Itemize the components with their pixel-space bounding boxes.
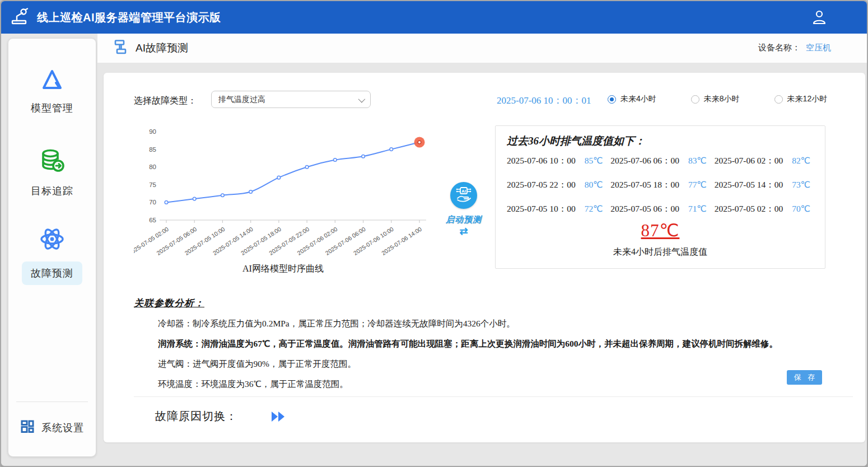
history-time: 2025-07-05 10：00: [507, 203, 576, 215]
prediction-result: 87℃ 未来4小时后排气温度值: [496, 220, 825, 258]
history-entry: 2025-07-06 06：0083℃: [610, 155, 714, 167]
history-entry: 2025-07-05 22：0080℃: [507, 179, 610, 191]
sidebar: 模型管理 目标追踪: [8, 38, 96, 457]
radio-selected-icon[interactable]: [608, 95, 616, 104]
history-temperature: 83℃: [688, 156, 707, 166]
app-title: 线上巡检AI服务器端管理平台演示版: [37, 10, 221, 25]
forecast-horizon-radio-group: 未来4小时未来8小时未来12小时: [608, 94, 854, 104]
flowchart-icon: [113, 39, 128, 57]
tracking-icon: [8, 148, 96, 176]
radio-unselected-icon[interactable]: [691, 95, 699, 104]
sidebar-item-target-tracking[interactable]: 目标追踪: [8, 148, 96, 198]
svg-text:AI: AI: [461, 189, 466, 194]
history-entry: 2025-07-05 02：0070℃: [715, 203, 818, 215]
start-prediction-label[interactable]: 启动预测: [438, 214, 489, 225]
analysis-section-title: 关联参数分析：: [134, 297, 204, 310]
device-name-label: 设备名称：: [758, 43, 800, 52]
analysis-list: 冷却器：制冷系统压力值为0.2MPa，属正常压力范围；冷却器连续无故障时间为43…: [158, 318, 858, 399]
ai-hand-icon: AI: [454, 185, 473, 206]
content-card: 选择故障类型： 排气温度过高 2025-07-06 10：00：01 未来4小时…: [104, 73, 865, 442]
history-panel-title: 过去36小时排气温度值如下：: [507, 134, 645, 148]
history-time: 2025-07-05 14：00: [715, 179, 783, 191]
history-temperature: 82℃: [792, 156, 810, 166]
history-time: 2025-07-06 02：00: [715, 155, 783, 167]
history-entry: 2025-07-05 18：0077℃: [610, 179, 714, 191]
history-temperature: 71℃: [688, 204, 707, 214]
sidebar-item-fault-prediction[interactable]: 故障预测: [8, 227, 96, 285]
analysis-item: 进气阀：进气阀开度值为90%，属于正常开度范围。: [158, 358, 858, 370]
history-panel: 过去36小时排气温度值如下： 2025-07-06 10：0085℃2025-0…: [495, 125, 825, 269]
analysis-item: 冷却器：制冷系统压力值为0.2MPa，属正常压力范围；冷却器连续无故障时间为43…: [158, 318, 858, 330]
analysis-item: 环境温度：环境温度为36℃，属于正常温度范围。: [158, 379, 858, 390]
history-entry: 2025-07-06 10：0085℃: [507, 155, 610, 167]
device-name-row: 设备名称：空压机: [758, 43, 831, 53]
svg-text:80: 80: [149, 164, 156, 170]
history-entry: 2025-07-05 14：0073℃: [715, 179, 818, 191]
radio-label: 未来8小时: [704, 94, 740, 104]
page-title: AI故障预测: [136, 41, 188, 55]
sidebar-divider: [16, 401, 88, 402]
analysis-item: 润滑系统：润滑油温度为67℃，高于正常温度值。润滑油管路有可能出现阻塞；距离上次…: [158, 338, 858, 350]
history-temperature: 85℃: [585, 156, 603, 166]
chart-title: AI网络模型时序曲线: [134, 263, 432, 275]
svg-text:90: 90: [149, 128, 156, 135]
start-prediction-button[interactable]: AI: [450, 182, 477, 209]
top-header-bar: 线上巡检AI服务器端管理平台演示版: [1, 1, 867, 34]
main-area: AI故障预测 设备名称：空压机 选择故障类型： 排气温度过高 2025-07-0…: [97, 34, 867, 466]
page-header: AI故障预测 设备名称：空压机: [97, 34, 867, 63]
history-temperature: 72℃: [585, 204, 603, 214]
radio-horizon-2[interactable]: 未来12小时: [774, 94, 828, 104]
history-entry: 2025-07-06 02：0082℃: [715, 155, 818, 167]
section-divider: [134, 396, 853, 397]
save-button[interactable]: 保 存: [787, 370, 822, 385]
history-time: 2025-07-05 06：00: [610, 203, 679, 215]
svg-text:65: 65: [149, 217, 156, 223]
model-icon: [8, 68, 96, 94]
history-entry: 2025-07-05 10：0072℃: [507, 203, 610, 215]
fault-type-label: 选择故障类型：: [134, 95, 197, 107]
chevron-down-icon: [358, 96, 366, 103]
history-entry: 2025-07-05 06：0071℃: [610, 203, 714, 215]
svg-text:85: 85: [149, 146, 156, 153]
history-time: 2025-07-06 06：00: [610, 155, 679, 167]
fast-forward-icon[interactable]: [270, 409, 287, 424]
device-name-value[interactable]: 空压机: [806, 43, 831, 52]
history-time: 2025-07-05 18：00: [610, 179, 679, 191]
robot-arm-icon: [10, 7, 29, 27]
sidebar-item-label-active[interactable]: 故障预测: [22, 261, 82, 285]
history-time: 2025-07-05 02：00: [715, 203, 783, 215]
fault-type-select[interactable]: 排气温度过高: [211, 91, 371, 108]
predicted-temperature-label: 未来4小时后排气温度值: [496, 246, 825, 258]
history-temperature: 70℃: [792, 204, 810, 214]
svg-text:75: 75: [149, 181, 156, 188]
history-time: 2025-07-06 10：00: [507, 155, 576, 167]
current-datetime: 2025-07-06 10：00：01: [497, 94, 591, 107]
fault-reason-switch-label: 故障原因切换：: [155, 409, 237, 424]
prediction-icon: [8, 227, 96, 254]
radio-label: 未来4小时: [620, 94, 656, 104]
history-temperature: 73℃: [792, 180, 810, 190]
predict-control: AI 启动预测 ⇄: [438, 182, 489, 237]
sidebar-item-system-settings[interactable]: 系统设置: [8, 419, 96, 436]
history-time: 2025-07-05 22：00: [507, 179, 576, 191]
fault-reason-switch-row: 故障原因切换：: [155, 409, 287, 424]
history-temperature: 80℃: [585, 180, 603, 190]
sidebar-item-label[interactable]: 目标追踪: [31, 184, 73, 198]
sidebar-item-model-management[interactable]: 模型管理: [8, 68, 96, 115]
user-profile-icon[interactable]: [811, 9, 828, 28]
history-temperature: 77℃: [688, 180, 707, 190]
fault-type-selected-value: 排气温度过高: [218, 95, 265, 104]
radio-horizon-1[interactable]: 未来8小时: [691, 94, 740, 104]
sidebar-settings-label[interactable]: 系统设置: [41, 421, 84, 435]
predicted-temperature-value: 87℃: [496, 220, 825, 241]
svg-text:70: 70: [149, 199, 156, 206]
radio-unselected-icon[interactable]: [774, 95, 783, 104]
sidebar-item-label[interactable]: 模型管理: [31, 101, 73, 115]
history-grid: 2025-07-06 10：0085℃2025-07-06 06：0083℃20…: [507, 155, 818, 215]
radio-horizon-0[interactable]: 未来4小时: [608, 94, 656, 104]
radio-label: 未来12小时: [787, 94, 828, 104]
app-window: 线上巡检AI服务器端管理平台演示版 模型管理: [0, 0, 868, 467]
grid-layout-icon: [20, 419, 35, 436]
swap-arrows-icon[interactable]: ⇄: [438, 225, 489, 237]
